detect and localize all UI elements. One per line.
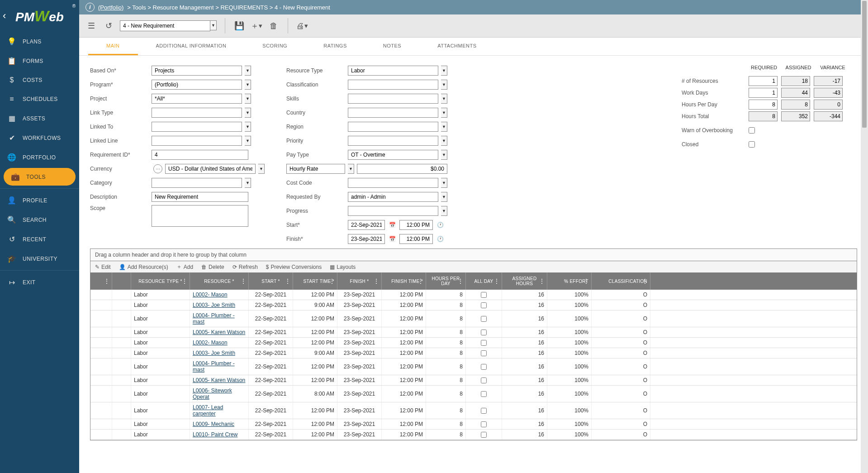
resource-type-input[interactable] [348,66,438,76]
closed-checkbox[interactable] [749,141,755,148]
link-type-dd[interactable]: ▼ [245,108,251,118]
priority-input[interactable] [348,136,438,146]
requirement-id-input[interactable] [152,150,248,160]
resource-link[interactable]: L0004- Plumber - mast [193,360,246,373]
allday-checkbox[interactable] [481,340,487,346]
resource-link[interactable]: L0005- Karen Watson [193,329,245,335]
grid-edit-button[interactable]: ✎ Edit [95,264,111,270]
program-dd[interactable]: ▼ [245,80,251,90]
based-on-dd[interactable]: ▼ [245,66,251,76]
based-on-input[interactable] [152,66,242,76]
project-dd[interactable]: ▼ [245,94,251,104]
resource-link[interactable]: L0006- Sitework Operat [193,387,246,400]
sidebar-item-tools[interactable]: 💼TOOLS [4,168,76,186]
warn-checkbox[interactable] [749,127,755,134]
sidebar-item-schedules[interactable]: ≡SCHEDULES [0,90,79,109]
linked-line-input[interactable] [152,136,242,146]
resource-link[interactable]: L0010- Paint Crew [193,431,237,438]
region-dd[interactable]: ▼ [441,122,447,132]
progress-input[interactable] [348,206,438,216]
resource-link[interactable]: L0003- Joe Smith [193,302,235,308]
record-selector[interactable] [120,20,210,31]
breadcrumb-portfolio[interactable]: (Portfolio) [98,4,123,11]
start-time[interactable] [399,220,433,230]
grid-layouts-button[interactable]: ▦ Layouts [330,264,356,270]
summary-required[interactable] [749,76,778,86]
rate-value-input[interactable] [357,164,447,174]
finish-time[interactable] [399,234,433,244]
grid-header-effort[interactable]: % EFFORT⋮ [547,272,592,290]
allday-checkbox[interactable] [481,350,487,356]
allday-checkbox[interactable] [481,377,487,383]
tab-ratings[interactable]: RATINGS [305,38,365,55]
skills-input[interactable] [348,94,438,104]
resource-link[interactable]: L0003- Joe Smith [193,350,235,356]
clock-icon[interactable]: 🕐 [436,222,445,228]
delete-icon[interactable]: 🗑 [268,20,280,32]
sidebar-item-recent[interactable]: ↺RECENT [0,229,79,249]
grid-header-start[interactable]: START *⋮ [249,272,293,290]
table-row[interactable]: Labor L0010- Paint Crew 22-Sep-2021 12:0… [90,430,857,440]
grid-header-finish[interactable]: FINISH *⋮ [337,272,382,290]
save-icon[interactable]: 💾 [233,20,245,32]
table-row[interactable]: Labor L0009- Mechanic 22-Sep-2021 12:00 … [90,419,857,430]
tab-main[interactable]: MAIN [88,38,138,55]
rate-type-dd[interactable]: ▼ [348,164,354,174]
linked-to-input[interactable] [152,122,242,132]
logo[interactable]: ‹ PMWeb ® [0,0,79,32]
cost-code-input[interactable] [348,178,438,188]
sidebar-item-plans[interactable]: 💡PLANS [0,32,79,51]
allday-checkbox[interactable] [481,316,487,322]
grid-delete-button[interactable]: 🗑 Delete [201,264,224,270]
collapse-icon[interactable]: ‹ [3,10,6,22]
sidebar-item-university[interactable]: 🎓UNIVERSITY [0,249,79,268]
allday-checkbox[interactable] [481,432,487,438]
page-scrollbar[interactable] [861,0,868,473]
group-hint[interactable]: Drag a column header and drop it here to… [90,248,857,261]
grid-header-starttime[interactable]: START TIME *⋮ [293,272,337,290]
clock-icon[interactable]: 🕐 [436,236,445,242]
resource-link[interactable]: L0007- Lead carpenter [193,404,246,417]
grid-add-resources-button[interactable]: 👤 Add Resource(s) [119,264,168,270]
table-row[interactable]: Labor L0002- Mason 22-Sep-2021 12:00 PM … [90,290,857,300]
allday-checkbox[interactable] [481,364,487,370]
info-icon[interactable]: i [85,3,95,12]
tab-notes[interactable]: NOTES [365,38,419,55]
resource-type-dd[interactable]: ▼ [441,66,447,76]
grid-header-type[interactable]: RESOURCE TYPE *⋮ [131,272,190,290]
add-icon[interactable]: ＋▾ [251,20,262,32]
priority-dd[interactable]: ▼ [441,136,447,146]
allday-checkbox[interactable] [481,421,487,427]
sidebar-item-forms[interactable]: 📋FORMS [0,51,79,71]
country-dd[interactable]: ▼ [441,108,447,118]
grid-refresh-button[interactable]: ⟳ Refresh [232,264,258,270]
allday-checkbox[interactable] [481,391,487,397]
table-row[interactable]: Labor L0003- Joe Smith 22-Sep-2021 9:00 … [90,300,857,311]
currency-input[interactable] [165,164,256,174]
region-input[interactable] [348,122,438,132]
currency-dd[interactable]: ▼ [258,164,265,174]
start-date[interactable] [348,220,385,230]
table-row[interactable]: Labor L0003- Joe Smith 22-Sep-2021 9:00 … [90,348,857,358]
sidebar-item-workflows[interactable]: ✔WORKFLOWS [0,128,79,148]
calendar-icon[interactable]: 📅 [388,222,397,228]
summary-required[interactable] [749,100,778,110]
allday-checkbox[interactable] [481,302,487,308]
classification-input[interactable] [348,80,438,90]
grid-header-hpd[interactable]: HOURS PER DAY⋮ [426,272,466,290]
program-input[interactable] [152,80,242,90]
linked-to-dd[interactable]: ▼ [245,122,251,132]
progress-dd[interactable]: ▼ [441,206,447,216]
table-row[interactable]: Labor L0006- Sitework Operat 22-Sep-2021… [90,386,857,402]
tab-attachments[interactable]: ATTACHMENTS [419,38,494,55]
grid-preview-button[interactable]: $ Preview Conversions [266,264,322,270]
sidebar-item-exit[interactable]: ↦EXIT [0,272,79,292]
resource-link[interactable]: L0004- Plumber - mast [193,312,246,325]
grid-header-resource[interactable]: RESOURCE *⋮ [190,272,249,290]
category-dd[interactable]: ▼ [245,178,251,188]
description-input[interactable] [152,192,248,202]
table-row[interactable]: Labor L0005- Karen Watson 22-Sep-2021 12… [90,375,857,386]
resource-link[interactable]: L0005- Karen Watson [193,377,245,383]
allday-checkbox[interactable] [481,292,487,298]
print-icon[interactable]: 🖨▾ [296,20,308,32]
